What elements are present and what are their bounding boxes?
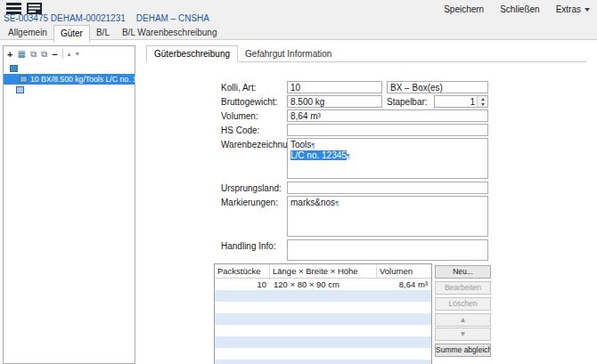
table-empty-row — [215, 325, 431, 336]
column-header-dimensions[interactable]: Länge × Breite × Höhe — [270, 264, 377, 278]
column-header-volumen[interactable]: Volumen — [377, 264, 431, 278]
close-button-label: Schließen — [500, 4, 539, 14]
pilcrow-icon: ¶ — [311, 142, 315, 150]
column-header-packstuecke[interactable]: Packstücke — [215, 264, 270, 278]
row-down-button[interactable]: ▼ — [435, 328, 491, 341]
save-button[interactable]: Speichern — [444, 4, 484, 14]
stapelbar-stepper[interactable]: 1 — [434, 95, 488, 108]
save-button-label: Speichern — [444, 4, 484, 14]
tab-gueterbeschreibung[interactable]: Güterbeschreibung — [146, 45, 238, 62]
document-title: SE-003475 DEHAM-00021231 DEHAM – CNSHA — [4, 13, 209, 23]
copy-icon[interactable]: ⧉ — [30, 48, 37, 61]
cell-packstuecke: 10 — [215, 279, 270, 290]
packstueck-table: Packstücke Länge × Breite × Höhe Volumen… — [214, 263, 432, 364]
ursprungsland-label: Ursprungsland: — [221, 183, 287, 193]
warenbezeichnung-label: Warenbezeichnung: — [221, 140, 287, 150]
tab-bl-warenbeschreibung[interactable]: B/L Warenbeschreibung — [116, 25, 224, 41]
table-row[interactable]: 10 120 × 80 × 90 cm 8,64 m³ — [215, 279, 431, 290]
row-up-button[interactable]: ▲ — [435, 313, 491, 327]
new-button[interactable]: Neu... — [435, 265, 491, 279]
toolbar-divider — [62, 49, 63, 59]
table-empty-row — [215, 336, 431, 348]
extras-menu-button[interactable]: Extras — [556, 4, 590, 14]
stapelbar-label: Stapelbar: — [387, 97, 433, 107]
table-empty-row — [215, 302, 431, 313]
markierungen-label: Markierungen: — [221, 198, 287, 207]
handling-info-textarea[interactable] — [287, 239, 488, 261]
detail-tab-bar: Güterbeschreibung Gefahrgut Information — [146, 45, 586, 62]
bruttogewicht-input[interactable] — [287, 95, 382, 108]
hs-code-input[interactable] — [287, 124, 488, 136]
markierungen-textarea[interactable]: marks&nos¶ — [287, 196, 488, 237]
remove-item-icon[interactable]: − — [52, 48, 57, 61]
volumen-label: Volumen: — [221, 111, 287, 121]
warenbezeichnung-textarea[interactable]: Tools¶ L/C no. 12345¶ — [287, 138, 488, 179]
content-area: + ▦ ⧉ ⧉ − ▴ ▾ 10 BX/8.500 kg/Tools L/C n… — [0, 39, 597, 364]
tree-item-label: 10 BX/8.500 kg/Tools L/C no. 12345 — [30, 75, 154, 84]
table-empty-row — [215, 313, 431, 325]
goods-form: Kolli, Art: Bruttogewicht: Stapelbar: 1 … — [143, 72, 597, 364]
warenbezeichnung-line1: Tools — [290, 140, 311, 150]
route-label: DEHAM – CNSHA — [136, 13, 209, 23]
delete-button[interactable]: Löschen — [435, 297, 491, 311]
goods-tree-panel: + ▦ ⧉ ⧉ − ▴ ▾ 10 BX/8.500 kg/Tools L/C n… — [3, 45, 135, 364]
container-icon — [10, 65, 18, 72]
pilcrow-icon: ¶ — [335, 199, 339, 207]
tab-gefahrgut-information[interactable]: Gefahrgut Information — [238, 46, 339, 61]
kolli-art-label: Kolli, Art: — [221, 83, 287, 93]
detail-panel: Güterbeschreibung Gefahrgut Information … — [143, 40, 597, 364]
volumen-input[interactable] — [287, 109, 488, 122]
move-up-icon[interactable]: ▴ — [68, 48, 71, 61]
kolli-type-combobox[interactable] — [387, 81, 488, 93]
extras-menu-label: Extras — [556, 4, 581, 14]
bruttogewicht-label: Bruttogewicht: — [221, 97, 287, 107]
table-empty-row — [215, 290, 431, 302]
table-empty-row — [215, 360, 431, 364]
warenbezeichnung-selected-text: L/C no. 12345 — [290, 150, 347, 160]
sum-reconcile-button[interactable]: Summe abgleichen — [435, 344, 491, 357]
main-tab-bar: Allgemein Güter B/L B/L Warenbeschreibun… — [2, 25, 224, 41]
add-item-icon[interactable]: + — [7, 48, 12, 61]
shipment-reference: SE-003475 DEHAM-00021231 — [4, 13, 126, 23]
pilcrow-icon: ¶ — [347, 152, 350, 160]
move-down-icon[interactable]: ▾ — [76, 48, 79, 61]
tree-item-selected[interactable]: 10 BX/8.500 kg/Tools L/C no. 12345 — [4, 74, 135, 85]
tab-bl[interactable]: B/L — [90, 25, 116, 41]
cell-volumen: 8,64 m³ — [377, 279, 431, 290]
chevron-down-icon — [585, 8, 590, 12]
add-multiple-icon[interactable]: ▦ — [17, 48, 25, 61]
package-icon — [16, 86, 24, 93]
tab-allgemein[interactable]: Allgemein — [2, 25, 53, 41]
close-button[interactable]: Schließen — [500, 4, 539, 14]
edit-button[interactable]: Bearbeiten — [435, 281, 491, 295]
paste-icon[interactable]: ⧉ — [41, 48, 47, 61]
hs-code-label: HS Code: — [221, 125, 287, 135]
tab-gueter[interactable]: Güter — [53, 25, 90, 42]
cell-dimensions: 120 × 80 × 90 cm — [270, 279, 377, 290]
tree-toolbar: + ▦ ⧉ ⧉ − ▴ ▾ — [4, 46, 135, 61]
goods-tree: 10 BX/8.500 kg/Tools L/C no. 12345 — [4, 63, 135, 95]
tree-child-node[interactable] — [4, 85, 135, 95]
markierungen-text: marks&nos — [290, 198, 335, 207]
handling-info-label: Handling Info: — [221, 241, 287, 251]
stepper-down-icon[interactable] — [478, 101, 487, 107]
table-header-row: Packstücke Länge × Breite × Höhe Volumen — [215, 264, 431, 279]
tree-root-node[interactable] — [4, 63, 135, 74]
package-icon — [20, 76, 28, 83]
ursprungsland-input[interactable] — [287, 182, 488, 194]
kolli-count-input[interactable] — [287, 81, 382, 93]
table-empty-row — [215, 348, 431, 360]
application-window: Speichern Schließen Extras SE-003475 DEH… — [0, 0, 597, 364]
stapelbar-value: 1 — [470, 97, 475, 107]
